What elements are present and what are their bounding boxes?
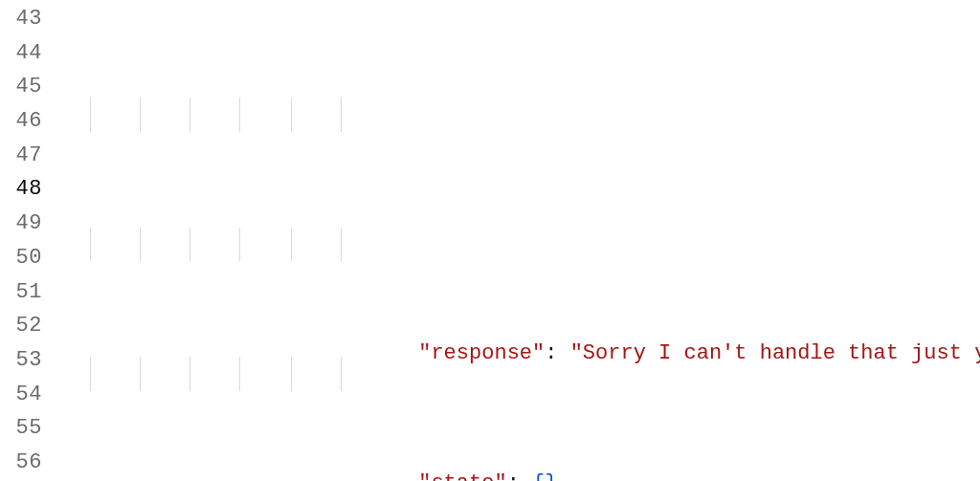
line-number: 51 [0,275,56,310]
line-number: 52 [0,309,56,343]
line-number: 54 [0,378,56,412]
line-number: 55 [0,411,56,446]
line-number: 56 [0,446,56,480]
line-number-gutter: 4344454647484950515253545556 [0,0,56,481]
code-editor[interactable]: 4344454647484950515253545556 "response":… [0,0,980,481]
brace-open: { [532,471,545,481]
code-line[interactable]: "response": "Sorry I can't handle that j… [56,98,980,132]
line-number: 43 [0,2,56,36]
line-number: 49 [0,207,56,241]
json-key: "state" [418,471,506,481]
line-number: 53 [0,343,56,378]
line-number: 45 [0,70,56,104]
line-number: 47 [0,139,56,173]
line-number: 50 [0,241,56,275]
colon: : [507,471,532,481]
code-area[interactable]: "response": "Sorry I can't handle that j… [56,0,980,481]
code-line[interactable]: "state": {} [56,228,980,262]
line-number: 46 [0,104,56,139]
line-number: 48 [0,172,56,207]
code-line[interactable]: }; [56,357,980,391]
line-number: 44 [0,36,56,71]
brace-close: } [545,471,557,481]
